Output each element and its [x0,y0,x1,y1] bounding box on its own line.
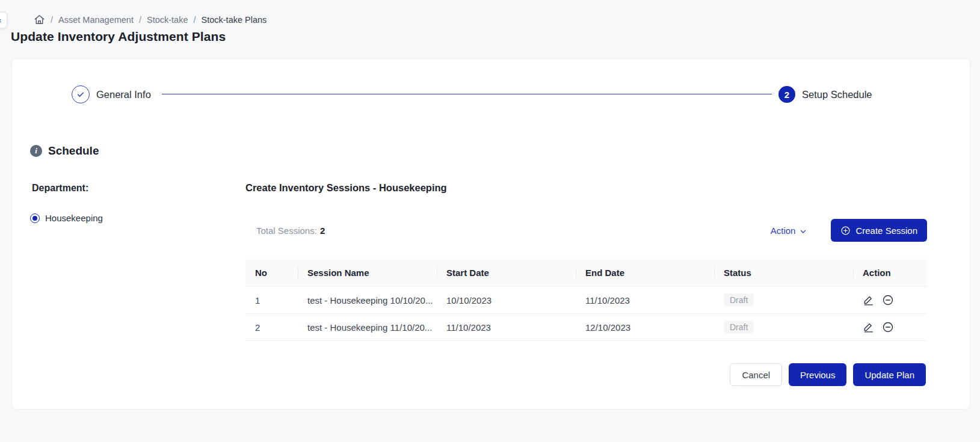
remove-minus-circle-icon[interactable] [882,321,894,333]
column-header-action: Action [853,268,927,278]
create-session-label: Create Session [855,226,917,236]
stepper-step-setup-schedule[interactable]: 2 Setup Schedule [778,86,872,103]
column-header-end-date: End Date [576,268,714,278]
step-number-badge: 2 [778,86,795,103]
breadcrumb-item-stock-take[interactable]: Stock-take [147,15,188,25]
plus-circle-icon [840,226,851,236]
total-sessions-label: Total Sessions: [256,226,317,236]
stepper-connector-line [162,94,772,94]
cancel-button[interactable]: Cancel [730,363,782,386]
chevron-down-icon [800,228,807,235]
breadcrumb-separator: / [51,15,53,25]
column-header-session-name: Session Name [298,268,437,278]
column-header-status: Status [714,268,853,278]
total-sessions-value: 2 [320,226,325,236]
schedule-section-title: Schedule [48,144,99,158]
cell-no: 2 [245,322,298,333]
breadcrumb-separator: / [194,15,196,25]
cell-no: 1 [245,295,298,305]
step-label: Setup Schedule [802,89,872,100]
collapse-icon: « [0,16,1,25]
cell-session-name: test - Housekeeping 10/10/20... [298,295,437,305]
table-row: 2 test - Housekeeping 11/10/20... 11/10/… [245,314,927,341]
info-icon: i [30,145,42,157]
page-title: Update Inventory Adjustment Plans [11,29,226,44]
total-sessions-text: Total Sessions:2 [245,226,325,236]
create-session-button[interactable]: Create Session [831,219,927,242]
status-badge: Draft [724,293,754,307]
content-card: General Info 2 Setup Schedule i Schedule… [11,58,970,410]
breadcrumb-item-asset-management[interactable]: Asset Management [58,15,134,25]
cell-start-date: 10/10/2023 [437,295,576,305]
footer-actions: Cancel Previous Update Plan [730,363,926,386]
check-circle-icon [72,85,90,103]
cell-status: Draft [714,293,853,307]
remove-minus-circle-icon[interactable] [882,294,894,306]
action-dropdown-label: Action [771,226,796,236]
edit-icon[interactable] [863,294,875,306]
sessions-table: No Session Name Start Date End Date Stat… [245,259,927,341]
department-radio-housekeeping[interactable]: Housekeeping [30,213,103,223]
home-icon[interactable] [34,14,45,25]
cell-session-name: test - Housekeeping 11/10/20... [298,322,437,333]
sessions-toolbar: Total Sessions:2 Action Create Session [245,218,927,243]
table-header-row: No Session Name Start Date End Date Stat… [245,259,927,287]
column-header-no: No [245,268,298,278]
breadcrumb-separator: / [139,15,141,25]
cell-actions [853,294,927,306]
status-badge: Draft [724,321,754,334]
schedule-section-header: i Schedule [30,144,99,158]
step-label: General Info [96,89,151,100]
table-row: 1 test - Housekeeping 10/10/20... 10/10/… [245,287,927,314]
cell-actions [853,321,927,333]
cell-end-date: 11/10/2023 [576,295,714,305]
radio-label: Housekeeping [45,213,103,223]
cell-start-date: 11/10/2023 [437,322,576,333]
stepper-step-general-info[interactable]: General Info [72,85,151,103]
sidebar-collapse-button[interactable]: « [0,12,7,28]
previous-button[interactable]: Previous [789,363,846,386]
breadcrumb: / Asset Management / Stock-take / Stock-… [34,14,267,25]
department-label: Department: [32,183,88,194]
cell-end-date: 12/10/2023 [576,322,714,333]
edit-icon[interactable] [863,321,875,333]
action-dropdown[interactable]: Action [771,226,807,236]
radio-selected-icon [30,213,40,223]
sessions-panel-title: Create Inventory Sessions - Housekeeping [245,182,447,194]
update-plan-button[interactable]: Update Plan [853,363,926,386]
breadcrumb-item-stock-take-plans[interactable]: Stock-take Plans [202,15,267,25]
column-header-start-date: Start Date [437,268,576,278]
cell-status: Draft [714,321,853,334]
